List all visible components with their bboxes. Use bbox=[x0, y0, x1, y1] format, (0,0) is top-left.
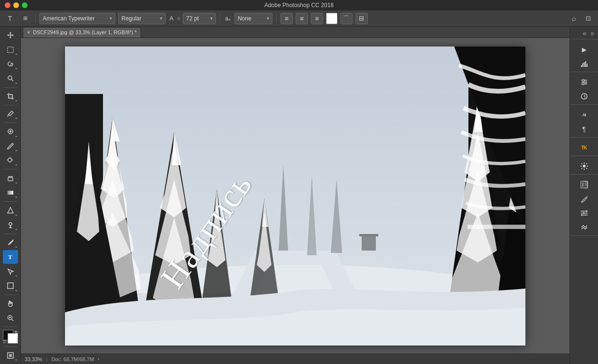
ui-button[interactable]: ⊡ bbox=[582, 12, 594, 25]
tool-move[interactable] bbox=[3, 28, 18, 42]
tool-crop[interactable]: ▸ bbox=[3, 90, 18, 103]
anti-alias-arrow: ▾ bbox=[267, 16, 269, 21]
toolbar-right-icons: ⌕ ⊡ bbox=[568, 12, 594, 25]
tool-lasso[interactable]: ▸ bbox=[3, 57, 18, 71]
panel-group-layers: AI ¶ bbox=[570, 107, 598, 138]
align-left-button[interactable]: ≡ bbox=[280, 13, 293, 24]
tool-eraser[interactable]: ▸ bbox=[3, 171, 18, 185]
svg-point-50 bbox=[583, 165, 586, 168]
warp-button[interactable]: ⌒ bbox=[340, 13, 353, 24]
svg-point-21 bbox=[9, 223, 12, 225]
histogram-button[interactable] bbox=[576, 56, 593, 71]
tool-marquee[interactable]: ▸ bbox=[3, 43, 18, 56]
svg-line-4 bbox=[11, 79, 13, 81]
tool-healing[interactable]: ▸ bbox=[3, 125, 18, 138]
canvas[interactable]: Надпись bbox=[65, 47, 525, 345]
svg-rect-37 bbox=[359, 234, 378, 236]
minimize-button[interactable] bbox=[13, 2, 19, 8]
svg-rect-19 bbox=[8, 191, 13, 195]
paragraph-button[interactable]: ¶ bbox=[576, 122, 593, 136]
separator-1 bbox=[35, 14, 36, 23]
svg-rect-2 bbox=[8, 47, 13, 53]
svg-text:T: T bbox=[8, 253, 12, 261]
tool-blur[interactable]: ▸ bbox=[3, 204, 18, 217]
maximize-button[interactable] bbox=[22, 2, 28, 8]
transform-icon[interactable]: ⊞ bbox=[19, 12, 31, 25]
align-center-button[interactable]: ≡ bbox=[296, 13, 308, 24]
corrections-button[interactable] bbox=[576, 89, 593, 103]
svg-rect-36 bbox=[362, 236, 376, 251]
toolbar-separator-4 bbox=[4, 169, 17, 169]
tool-type[interactable]: T bbox=[3, 250, 18, 263]
svg-rect-17 bbox=[8, 177, 13, 181]
svg-rect-7 bbox=[9, 94, 12, 98]
panel-group-more bbox=[570, 177, 598, 236]
close-button[interactable] bbox=[5, 2, 10, 8]
font-size-icon: A bbox=[168, 15, 175, 22]
tool-path-select[interactable]: ▸ bbox=[3, 265, 18, 278]
toolbar-separator-5 bbox=[4, 201, 17, 202]
options-bar: T ⊞ American Typewriter ▾ Regular ▾ A a … bbox=[0, 10, 598, 27]
svg-line-55 bbox=[581, 163, 582, 164]
font-style-dropdown[interactable]: Regular ▾ bbox=[118, 13, 166, 24]
tool-brush[interactable]: ▸ bbox=[3, 140, 18, 153]
svg-rect-39 bbox=[582, 63, 583, 67]
tool-eyedropper[interactable]: ▸ bbox=[3, 107, 18, 121]
font-family-arrow: ▾ bbox=[110, 16, 112, 21]
tool-hand[interactable] bbox=[3, 297, 18, 310]
tool-dodge[interactable]: ▸ bbox=[3, 218, 18, 232]
font-family-dropdown[interactable]: American Typewriter ▾ bbox=[39, 13, 115, 24]
search-button[interactable]: ⌕ bbox=[568, 12, 580, 25]
font-size-subicon: a bbox=[178, 16, 180, 21]
brush-panel-button[interactable] bbox=[576, 192, 593, 206]
expand-panels-button[interactable]: « bbox=[581, 29, 589, 37]
svg-marker-20 bbox=[8, 207, 13, 213]
tool-quick-select[interactable]: ▸ bbox=[3, 72, 18, 85]
tool-screen-mode[interactable]: ▸ bbox=[3, 349, 18, 362]
tool-gradient[interactable]: ▸ bbox=[3, 186, 18, 199]
sunburst-button[interactable] bbox=[576, 159, 593, 173]
document-tab[interactable]: × DSCF2949.jpg @ 33,3% (Layer 1, RGB/8*)… bbox=[23, 27, 141, 37]
tool-pen[interactable]: ▸ bbox=[3, 236, 18, 249]
panel-more-3[interactable] bbox=[576, 206, 593, 220]
text-tool-icon[interactable]: T bbox=[4, 12, 16, 25]
toolbar-separator-9 bbox=[4, 346, 17, 347]
title-bar: Adobe Photoshop CC 2018 bbox=[0, 0, 598, 10]
svg-rect-32 bbox=[9, 354, 12, 357]
doc-size: Doc: 68,7M/68,7M bbox=[51, 356, 94, 362]
align-right-button[interactable]: ≡ bbox=[311, 13, 323, 24]
separator-3 bbox=[276, 14, 277, 23]
properties-button[interactable] bbox=[576, 75, 593, 89]
tk-panel-button[interactable]: TK bbox=[576, 140, 593, 155]
svg-rect-26 bbox=[8, 283, 13, 289]
anti-alias-dropdown[interactable]: None ▾ bbox=[234, 13, 272, 24]
text-color-swatch[interactable] bbox=[326, 13, 337, 24]
svg-rect-40 bbox=[584, 62, 585, 67]
font-size-dropdown[interactable]: 72 pt ▾ bbox=[183, 13, 216, 24]
svg-point-46 bbox=[582, 79, 584, 81]
toolbar-separator-3 bbox=[4, 122, 17, 123]
tool-zoom[interactable] bbox=[3, 311, 18, 325]
toolbar-separator-7 bbox=[4, 295, 17, 295]
panel-expand-row: « » bbox=[570, 28, 598, 39]
expand-panels-button-2[interactable]: » bbox=[589, 29, 596, 37]
ai-button[interactable]: AI bbox=[576, 108, 593, 122]
svg-rect-42 bbox=[587, 64, 588, 67]
panels-button[interactable]: ⊟ bbox=[355, 13, 368, 24]
tool-shape[interactable]: ▸ bbox=[3, 279, 18, 292]
app-title: Adobe Photoshop CC 2018 bbox=[264, 2, 334, 9]
color-swatches[interactable]: ⇅ ◫ bbox=[3, 330, 18, 343]
status-arrow[interactable]: › bbox=[98, 356, 99, 362]
svg-line-56 bbox=[586, 168, 587, 169]
zoom-level: 33,33% bbox=[25, 356, 42, 362]
svg-point-24 bbox=[9, 242, 11, 243]
play-button[interactable]: ▶ bbox=[576, 42, 593, 56]
font-family-value: American Typewriter bbox=[43, 15, 94, 22]
status-separator: | bbox=[46, 356, 47, 362]
toolbar-separator-2 bbox=[4, 105, 17, 105]
tool-clone[interactable]: ▸ bbox=[3, 154, 18, 167]
panel-more-1[interactable] bbox=[576, 177, 593, 192]
tab-close-icon[interactable]: × bbox=[27, 29, 30, 35]
document-area: × DSCF2949.jpg @ 33,3% (Layer 1, RGB/8*)… bbox=[21, 27, 570, 364]
panel-more-4[interactable] bbox=[576, 220, 593, 234]
